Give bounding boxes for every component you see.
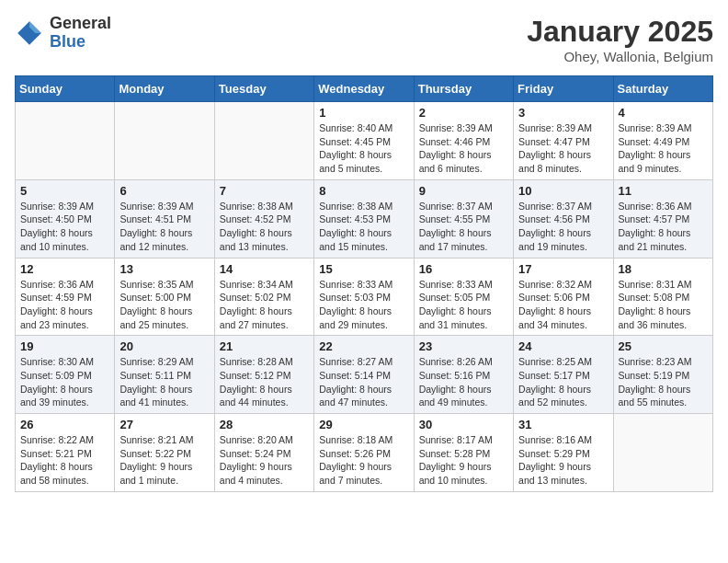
calendar-cell: 1Sunrise: 8:40 AM Sunset: 4:45 PM Daylig… bbox=[314, 102, 414, 180]
day-number: 19 bbox=[20, 339, 109, 353]
calendar-week-row: 26Sunrise: 8:22 AM Sunset: 5:21 PM Dayli… bbox=[16, 414, 713, 492]
day-of-week-header: Saturday bbox=[613, 76, 712, 102]
logo-text: General Blue bbox=[50, 15, 111, 52]
day-info: Sunrise: 8:34 AM Sunset: 5:02 PM Dayligh… bbox=[220, 278, 309, 332]
day-info: Sunrise: 8:28 AM Sunset: 5:12 PM Dayligh… bbox=[220, 355, 309, 409]
calendar-cell: 16Sunrise: 8:33 AM Sunset: 5:05 PM Dayli… bbox=[414, 258, 513, 336]
day-info: Sunrise: 8:39 AM Sunset: 4:47 PM Dayligh… bbox=[518, 121, 608, 176]
day-of-week-header: Friday bbox=[514, 76, 613, 102]
calendar-week-row: 1Sunrise: 8:40 AM Sunset: 4:45 PM Daylig… bbox=[16, 102, 713, 180]
calendar-cell: 17Sunrise: 8:32 AM Sunset: 5:06 PM Dayli… bbox=[514, 258, 613, 336]
day-info: Sunrise: 8:29 AM Sunset: 5:11 PM Dayligh… bbox=[119, 355, 209, 409]
page-header: General Blue January 2025 Ohey, Wallonia… bbox=[15, 15, 713, 64]
day-of-week-header: Thursday bbox=[414, 76, 513, 102]
calendar-cell: 27Sunrise: 8:21 AM Sunset: 5:22 PM Dayli… bbox=[115, 414, 214, 492]
day-info: Sunrise: 8:33 AM Sunset: 5:03 PM Dayligh… bbox=[319, 278, 408, 332]
day-info: Sunrise: 8:16 AM Sunset: 5:29 PM Dayligh… bbox=[518, 433, 608, 488]
day-info: Sunrise: 8:39 AM Sunset: 4:50 PM Dayligh… bbox=[20, 200, 109, 254]
calendar-cell: 15Sunrise: 8:33 AM Sunset: 5:03 PM Dayli… bbox=[314, 258, 414, 336]
calendar-cell: 21Sunrise: 8:28 AM Sunset: 5:12 PM Dayli… bbox=[214, 336, 313, 414]
day-number: 17 bbox=[518, 262, 608, 276]
day-number: 31 bbox=[518, 418, 608, 431]
day-number: 1 bbox=[319, 106, 408, 120]
calendar-cell bbox=[115, 102, 214, 180]
day-number: 23 bbox=[419, 339, 508, 353]
day-info: Sunrise: 8:36 AM Sunset: 4:57 PM Dayligh… bbox=[619, 200, 708, 254]
logo-blue-text: Blue bbox=[50, 33, 111, 52]
calendar-cell: 3Sunrise: 8:39 AM Sunset: 4:47 PM Daylig… bbox=[514, 102, 613, 180]
day-info: Sunrise: 8:35 AM Sunset: 5:00 PM Dayligh… bbox=[119, 278, 209, 332]
calendar-week-row: 12Sunrise: 8:36 AM Sunset: 4:59 PM Dayli… bbox=[16, 258, 713, 336]
day-number: 24 bbox=[518, 339, 608, 353]
calendar-cell: 25Sunrise: 8:23 AM Sunset: 5:19 PM Dayli… bbox=[613, 336, 712, 414]
calendar-cell: 12Sunrise: 8:36 AM Sunset: 4:59 PM Dayli… bbox=[16, 258, 115, 336]
calendar-cell: 14Sunrise: 8:34 AM Sunset: 5:02 PM Dayli… bbox=[214, 258, 313, 336]
calendar-cell: 22Sunrise: 8:27 AM Sunset: 5:14 PM Dayli… bbox=[314, 336, 414, 414]
calendar-cell: 6Sunrise: 8:39 AM Sunset: 4:51 PM Daylig… bbox=[115, 179, 214, 258]
calendar-header-row: SundayMondayTuesdayWednesdayThursdayFrid… bbox=[16, 76, 713, 102]
day-number: 9 bbox=[419, 184, 508, 198]
day-number: 18 bbox=[619, 262, 708, 276]
calendar-week-row: 19Sunrise: 8:30 AM Sunset: 5:09 PM Dayli… bbox=[16, 336, 713, 414]
calendar-cell bbox=[613, 414, 712, 492]
day-number: 12 bbox=[20, 262, 109, 276]
calendar-cell: 10Sunrise: 8:37 AM Sunset: 4:56 PM Dayli… bbox=[514, 179, 613, 258]
calendar-cell bbox=[214, 102, 313, 180]
day-of-week-header: Wednesday bbox=[314, 76, 414, 102]
day-number: 13 bbox=[119, 262, 209, 276]
month-title: January 2025 bbox=[527, 15, 713, 49]
day-info: Sunrise: 8:17 AM Sunset: 5:28 PM Dayligh… bbox=[419, 433, 508, 488]
day-number: 20 bbox=[119, 339, 209, 353]
day-number: 3 bbox=[518, 106, 608, 120]
day-number: 30 bbox=[419, 418, 508, 431]
logo-general-text: General bbox=[50, 15, 111, 33]
day-info: Sunrise: 8:27 AM Sunset: 5:14 PM Dayligh… bbox=[319, 355, 408, 409]
day-number: 21 bbox=[220, 339, 309, 353]
day-number: 22 bbox=[319, 339, 408, 353]
day-number: 8 bbox=[319, 184, 408, 198]
calendar-cell bbox=[16, 102, 115, 180]
day-of-week-header: Tuesday bbox=[214, 76, 313, 102]
calendar-cell: 11Sunrise: 8:36 AM Sunset: 4:57 PM Dayli… bbox=[613, 179, 712, 258]
day-number: 26 bbox=[20, 418, 109, 431]
day-info: Sunrise: 8:21 AM Sunset: 5:22 PM Dayligh… bbox=[119, 433, 209, 488]
calendar-cell: 31Sunrise: 8:16 AM Sunset: 5:29 PM Dayli… bbox=[514, 414, 613, 492]
day-info: Sunrise: 8:30 AM Sunset: 5:09 PM Dayligh… bbox=[20, 355, 109, 409]
day-number: 28 bbox=[220, 418, 309, 431]
day-number: 27 bbox=[119, 418, 209, 431]
day-number: 10 bbox=[518, 184, 608, 198]
day-number: 2 bbox=[419, 106, 508, 120]
day-number: 5 bbox=[20, 184, 109, 198]
calendar-cell: 29Sunrise: 8:18 AM Sunset: 5:26 PM Dayli… bbox=[314, 414, 414, 492]
calendar-cell: 24Sunrise: 8:25 AM Sunset: 5:17 PM Dayli… bbox=[514, 336, 613, 414]
day-number: 6 bbox=[119, 184, 209, 198]
day-info: Sunrise: 8:33 AM Sunset: 5:05 PM Dayligh… bbox=[419, 278, 508, 332]
day-info: Sunrise: 8:40 AM Sunset: 4:45 PM Dayligh… bbox=[319, 121, 408, 176]
day-number: 11 bbox=[619, 184, 708, 198]
location: Ohey, Wallonia, Belgium bbox=[527, 49, 713, 64]
day-of-week-header: Sunday bbox=[16, 76, 115, 102]
day-number: 15 bbox=[319, 262, 408, 276]
day-of-week-header: Monday bbox=[115, 76, 214, 102]
calendar-cell: 30Sunrise: 8:17 AM Sunset: 5:28 PM Dayli… bbox=[414, 414, 513, 492]
day-number: 16 bbox=[419, 262, 508, 276]
calendar-cell: 18Sunrise: 8:31 AM Sunset: 5:08 PM Dayli… bbox=[613, 258, 712, 336]
calendar-cell: 23Sunrise: 8:26 AM Sunset: 5:16 PM Dayli… bbox=[414, 336, 513, 414]
day-info: Sunrise: 8:18 AM Sunset: 5:26 PM Dayligh… bbox=[319, 433, 408, 488]
day-info: Sunrise: 8:39 AM Sunset: 4:46 PM Dayligh… bbox=[419, 121, 508, 176]
day-info: Sunrise: 8:38 AM Sunset: 4:52 PM Dayligh… bbox=[220, 200, 309, 254]
calendar-cell: 19Sunrise: 8:30 AM Sunset: 5:09 PM Dayli… bbox=[16, 336, 115, 414]
day-info: Sunrise: 8:39 AM Sunset: 4:49 PM Dayligh… bbox=[619, 121, 708, 176]
day-info: Sunrise: 8:22 AM Sunset: 5:21 PM Dayligh… bbox=[20, 433, 109, 488]
calendar-cell: 7Sunrise: 8:38 AM Sunset: 4:52 PM Daylig… bbox=[214, 179, 313, 258]
logo: General Blue bbox=[15, 15, 111, 52]
calendar-table: SundayMondayTuesdayWednesdayThursdayFrid… bbox=[15, 75, 713, 492]
title-block: January 2025 Ohey, Wallonia, Belgium bbox=[527, 15, 713, 64]
day-number: 4 bbox=[619, 106, 708, 120]
day-info: Sunrise: 8:32 AM Sunset: 5:06 PM Dayligh… bbox=[518, 278, 608, 332]
calendar-cell: 5Sunrise: 8:39 AM Sunset: 4:50 PM Daylig… bbox=[16, 179, 115, 258]
day-number: 25 bbox=[619, 339, 708, 353]
calendar-cell: 4Sunrise: 8:39 AM Sunset: 4:49 PM Daylig… bbox=[613, 102, 712, 180]
day-info: Sunrise: 8:37 AM Sunset: 4:55 PM Dayligh… bbox=[419, 200, 508, 254]
day-info: Sunrise: 8:26 AM Sunset: 5:16 PM Dayligh… bbox=[419, 355, 508, 409]
